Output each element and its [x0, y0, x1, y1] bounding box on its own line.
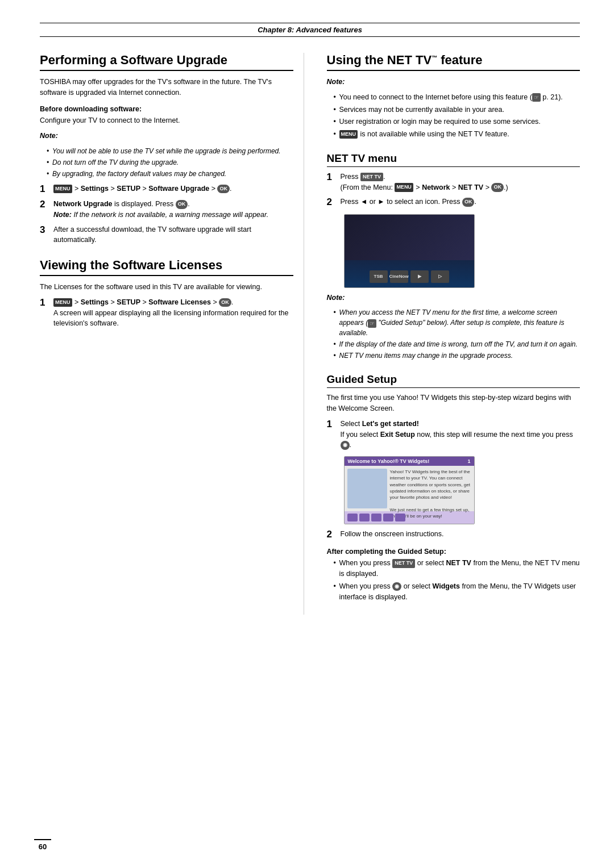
nettv-icon-after: NET TV [392, 559, 415, 568]
ref-icon-1: ☞ [532, 93, 541, 102]
yahoo-header: Welcome to Yahoo!® TV Widgets! 1 [345, 457, 474, 466]
yahoo-image [347, 469, 387, 508]
tv-icon-4: ▷ [431, 270, 449, 283]
menu-icon-1: MENU [53, 185, 72, 194]
guided-step-1: 1 Select Let's get started! If you selec… [327, 419, 580, 450]
ok-icon-2: OK [176, 200, 188, 209]
yahoo-text: Yahoo! TV Widgets bring the best of the … [390, 466, 474, 511]
menu-icon-lic: MENU [53, 298, 72, 307]
nettv-after-note-1: When you access the NET TV menu for the … [334, 307, 580, 338]
yahoo-title: Welcome to Yahoo!® TV Widgets! [348, 458, 430, 464]
guided-step-1-content: Select Let's get started! If you select … [341, 419, 580, 450]
nettv-note-1: You need to connect to the Internet befo… [334, 92, 580, 103]
upgrade-note-3: By upgrading, the factory default values… [47, 169, 293, 179]
after-guided-list: When you press NET TV or select NET TV f… [327, 558, 580, 602]
two-column-layout: Performing a Software Upgrade TOSHIBA ma… [40, 53, 580, 615]
guided-setup-intro: The first time you use Yahoo! TV Widgets… [327, 393, 580, 414]
note-label-1: Note: [40, 132, 58, 140]
widget-icon-1: ◉ [341, 441, 350, 450]
nettv-menu-step-2: 2 Press ◄ or ► to select an icon. Press … [327, 197, 580, 208]
software-licenses-intro: The Licenses for the software used in th… [40, 282, 293, 293]
tv-icon-2: CineNow [390, 270, 408, 283]
lic-step-1-content: MENU > Settings > SETUP > Software Licen… [53, 297, 293, 329]
yahoo-icon-4 [383, 514, 393, 521]
nettv-step-num-1: 1 [327, 172, 337, 183]
licenses-step-1: 1 MENU > Settings > SETUP > Software Lic… [40, 297, 293, 329]
nettv-feature-heading: Using the NET TV™ feature [327, 53, 580, 71]
step-num-1: 1 [40, 183, 50, 195]
upgrade-step-2: 2 Network Upgrade is displayed. Press OK… [40, 199, 293, 220]
after-guided-heading: After completing the Guided Setup: [327, 546, 580, 557]
upgrade-note-1: You will not be able to use the TV set w… [47, 146, 293, 156]
step-1-content: MENU > Settings > SETUP > Software Upgra… [53, 183, 293, 194]
nettv-note-2: Services may not be currently available … [334, 105, 580, 115]
chapter-header: Chapter 8: Advanced features [40, 23, 580, 37]
page: Chapter 8: Advanced features Performing … [0, 0, 614, 868]
guided-step-num-2: 2 [327, 529, 337, 540]
nettv-after-notes: When you access the NET TV menu for the … [327, 307, 580, 361]
upgrade-step-1: 1 MENU > Settings > SETUP > Software Upg… [40, 183, 293, 195]
widget-icon-after: ◉ [392, 582, 401, 591]
tv-screen-content [345, 215, 474, 260]
yahoo-num: 1 [467, 458, 470, 464]
lic-step-num-1: 1 [40, 297, 50, 308]
upgrade-note-2: Do not turn off the TV during the upgrad… [47, 157, 293, 168]
ok-icon-lic: OK [219, 298, 231, 307]
ref-icon-2: ☞ [368, 319, 376, 328]
nettv-screenshot-inner: TSB CineNow ▶ ▷ [345, 215, 474, 287]
guided-step-num-1: 1 [327, 419, 337, 430]
nettv-note-3: User registration or login may be requir… [334, 116, 580, 127]
software-upgrade-section: Performing a Software Upgrade TOSHIBA ma… [40, 53, 293, 245]
guided-step-2: 2 Follow the onscreen instructions. [327, 529, 580, 540]
chapter-title: Chapter 8: Advanced features [258, 26, 362, 34]
menu-icon-nettv-note: MENU [339, 130, 358, 139]
nettv-after-note-label: Note: [327, 294, 345, 302]
software-licenses-section: Viewing the Software Licenses The Licens… [40, 258, 293, 329]
after-guided-note-2: When you press ◉ or select Widgets from … [334, 581, 580, 603]
guided-setup-section: Guided Setup The first time you use Yaho… [327, 373, 580, 602]
upgrade-step-3: 3 After a successful download, the TV so… [40, 224, 293, 246]
step-3-content: After a successful download, the TV soft… [53, 224, 293, 246]
nettv-step-num-2: 2 [327, 197, 337, 208]
upgrade-steps: 1 MENU > Settings > SETUP > Software Upg… [40, 183, 293, 245]
software-upgrade-intro: TOSHIBA may offer upgrades for the TV's … [40, 77, 293, 98]
upgrade-notes-list: You will not be able to use the TV set w… [40, 146, 293, 179]
nettv-notes-list: You need to connect to the Internet befo… [327, 92, 580, 140]
step-num-2: 2 [40, 199, 50, 210]
guided-step-2-content: Follow the onscreen instructions. [341, 529, 580, 540]
nettv-menu-heading: NET TV menu [327, 152, 580, 167]
software-upgrade-heading: Performing a Software Upgrade [40, 53, 293, 71]
guided-setup-heading: Guided Setup [327, 373, 580, 388]
yahoo-body: Yahoo! TV Widgets bring the best of the … [345, 466, 474, 511]
nettv-after-note-2: If the display of the date and time is w… [334, 339, 580, 349]
guided-setup-steps-2: 2 Follow the onscreen instructions. [327, 529, 580, 540]
tv-icons-row: TSB CineNow ▶ ▷ [345, 270, 474, 283]
yahoo-icon-1 [347, 514, 358, 521]
after-guided-note-1: When you press NET TV or select NET TV f… [334, 558, 580, 579]
licenses-steps: 1 MENU > Settings > SETUP > Software Lic… [40, 297, 293, 329]
before-downloading-text: Configure your TV to connect to the Inte… [40, 115, 293, 126]
nettv-note-label: Note: [327, 78, 345, 86]
trademark-symbol: ™ [432, 55, 437, 61]
step-2-content: Network Upgrade is displayed. Press OK. … [53, 199, 293, 220]
step-num-3: 3 [40, 224, 50, 236]
nettv-menu-step-1: 1 Press NET TV. (From the Menu: MENU > N… [327, 172, 580, 193]
nettv-screenshot: TSB CineNow ▶ ▷ [344, 214, 475, 288]
nettv-note-4: MENU is not available while using the NE… [334, 129, 580, 140]
yahoo-icon-5 [395, 514, 405, 521]
nettv-menu-section: NET TV menu 1 Press NET TV. (From the Me… [327, 152, 580, 361]
nettv-step-1-content: Press NET TV. (From the Menu: MENU > Net… [341, 172, 580, 193]
nettv-after-note-3: NET TV menu items may change in the upgr… [334, 350, 580, 361]
yahoo-footer: Let's get started! Exit setup [345, 524, 474, 524]
nettv-feature-section: Using the NET TV™ feature Note: You need… [327, 53, 580, 140]
before-downloading-heading: Before downloading software: [40, 104, 293, 115]
yahoo-icon-3 [371, 514, 381, 521]
tv-icon-1: TSB [370, 270, 388, 283]
guided-setup-steps: 1 Select Let's get started! If you selec… [327, 419, 580, 450]
software-licenses-heading: Viewing the Software Licenses [40, 258, 293, 276]
nettv-menu-steps: 1 Press NET TV. (From the Menu: MENU > N… [327, 172, 580, 208]
nettv-step-2-content: Press ◄ or ► to select an icon. Press OK… [341, 197, 580, 207]
nettv-button-icon: NET TV [360, 173, 383, 182]
right-column: Using the NET TV™ feature Note: You need… [325, 53, 580, 615]
menu-icon-nettv: MENU [395, 183, 413, 192]
